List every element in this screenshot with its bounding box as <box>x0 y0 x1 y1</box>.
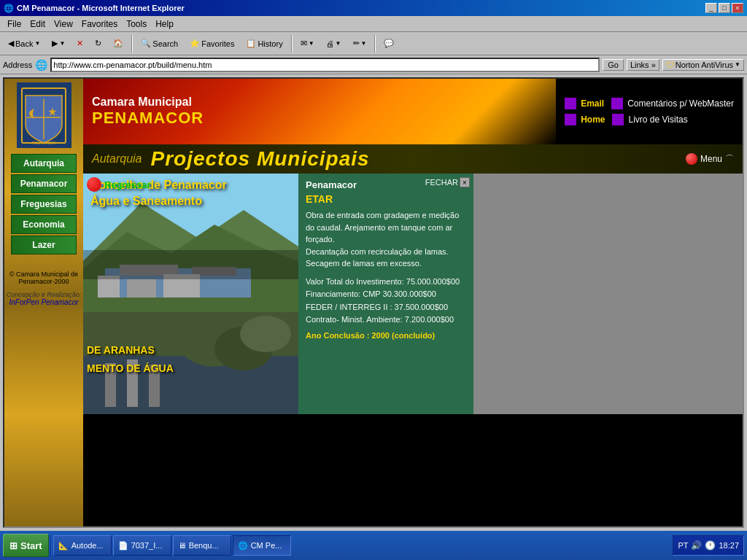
taskbar-icon-3: 🌐 <box>238 541 248 551</box>
search-button[interactable]: 🔍 Search <box>136 34 183 53</box>
stop-icon: ✕ <box>77 39 83 48</box>
back-button[interactable]: Regressar <box>87 177 151 192</box>
toolbar-separator-1 <box>131 35 133 52</box>
taskbar-icon-0: 📐 <box>58 541 69 551</box>
clock-icon: 🕐 <box>705 540 716 551</box>
menu-help[interactable]: Help <box>151 18 178 31</box>
coat-svg: PENAMACOR <box>18 85 69 147</box>
autarquia-label: Autarquia <box>92 152 142 166</box>
nav-autarquia[interactable]: Autarquia <box>11 154 77 173</box>
site-footer-black <box>83 414 743 526</box>
taskbar-item-1[interactable]: 📄 7037_I... <box>113 535 171 556</box>
norton-dropdown-icon: ▼ <box>735 61 740 68</box>
refresh-button[interactable]: ↻ <box>90 34 107 53</box>
email-icon <box>565 98 576 109</box>
main-content: Camara Municipal PENAMACOR Email Comentá… <box>83 79 743 526</box>
webmaster-label: Comentários p/ WebMaster <box>627 98 734 109</box>
visitas-icon <box>612 114 624 125</box>
close-button[interactable]: × <box>732 3 743 13</box>
taskbar-separator <box>50 535 52 556</box>
header-title-bottom: PENAMACOR <box>92 109 547 128</box>
norton-button[interactable]: 🛡 Norton AntiVirus ▼ <box>662 59 744 71</box>
projectos-title: Projectos Municipais <box>151 147 370 171</box>
maximize-button[interactable]: □ <box>719 3 730 13</box>
visitas-label: Livro de Visitas <box>628 114 687 125</box>
mail-dropdown-icon: ▼ <box>309 40 314 47</box>
taskbar-items: 📐 Autode... 📄 7037_I... 🖥 Benqu... 🌐 CM … <box>53 535 672 556</box>
site-header: Camara Municipal PENAMACOR Email Comentá… <box>83 79 743 144</box>
nav-lazer[interactable]: Lazer <box>11 236 77 254</box>
nav-freguesias[interactable]: Freguesias <box>11 195 77 214</box>
norton-icon: 🛡 <box>666 61 674 69</box>
stop-button[interactable]: ✕ <box>71 34 88 53</box>
financial-row-3: FEDER / INTERREG II : 37.500.000$00 <box>306 301 466 314</box>
page-layout: PENAMACOR Autarquia Penamacor Freguesias… <box>4 79 743 526</box>
menu-arrow-icon: ⌒ <box>725 153 734 166</box>
site-wrapper: PENAMACOR Autarquia Penamacor Freguesias… <box>4 79 743 526</box>
menu-dot-icon <box>686 153 697 165</box>
window-title: CM Penamacor - Microsoft Internet Explor… <box>17 4 185 12</box>
forward-button[interactable]: ▶ ▼ <box>47 34 70 53</box>
back-arrow-icon: ◀ <box>8 39 14 48</box>
close-x-icon: × <box>460 177 470 187</box>
menu-favorites[interactable]: Favorites <box>77 18 122 31</box>
bottom-item-1: DE ARANHAS <box>87 344 155 356</box>
forward-dropdown-icon: ▼ <box>59 40 65 47</box>
address-label: Address <box>3 61 32 69</box>
mail-button[interactable]: ✉ ▼ <box>295 34 320 53</box>
taskbar: ⊞ Start 📐 Autode... 📄 7037_I... 🖥 Benqu.… <box>0 531 747 560</box>
credits-label: Concepção e Realização: <box>7 291 82 298</box>
header-email-link[interactable]: Email Comentários p/ WebMaster <box>565 98 734 109</box>
taskbar-item-3[interactable]: 🌐 CM Pe... <box>233 535 291 556</box>
nav-buttons: Autarquia Penamacor Freguesias Economia … <box>11 154 77 254</box>
address-icon: 🌐 <box>35 59 47 71</box>
edit-icon: ✏ <box>353 39 360 48</box>
discussions-button[interactable]: 💬 <box>379 34 399 53</box>
header-right: Email Comentários p/ WebMaster Home Livr… <box>556 79 743 144</box>
toolbar-separator-3 <box>374 35 376 52</box>
svg-point-23 <box>240 316 291 352</box>
credits-text: InForPen Penamacor <box>9 298 78 306</box>
menu-tools[interactable]: Tools <box>122 18 151 31</box>
back-button[interactable]: ◀ Back ▼ <box>3 34 45 53</box>
taskbar-icon-1: 📄 <box>118 541 128 551</box>
menu-view[interactable]: View <box>50 18 77 31</box>
svg-rect-15 <box>83 250 298 279</box>
favorites-button[interactable]: ⭐ Favorites <box>185 34 239 53</box>
history-button[interactable]: 📋 History <box>241 34 287 53</box>
edit-dropdown-icon: ▼ <box>361 40 367 47</box>
nav-penamacor[interactable]: Penamacor <box>11 174 77 193</box>
taskbar-icon-2: 🖥 <box>178 541 186 550</box>
home-square-icon <box>565 114 576 125</box>
nav-economia[interactable]: Economia <box>11 215 77 234</box>
home-button[interactable]: 🏠 <box>108 34 128 53</box>
links-button[interactable]: Links » <box>627 59 659 71</box>
history-icon: 📋 <box>246 39 256 48</box>
address-input[interactable] <box>50 58 600 72</box>
refresh-icon: ↻ <box>95 39 101 48</box>
start-button[interactable]: ⊞ Start <box>3 534 49 557</box>
go-button[interactable]: Go <box>603 59 624 71</box>
header-home-link[interactable]: Home Livro de Visitas <box>565 114 734 125</box>
minimize-button[interactable]: _ <box>705 3 717 13</box>
content-area: PENAMACOR Autarquia Penamacor Freguesias… <box>0 74 747 531</box>
print-button[interactable]: 🖨 ▼ <box>321 34 347 53</box>
info-description: Obra de entrada com gradagem e medição d… <box>306 209 466 270</box>
window-controls[interactable]: _ □ × <box>705 3 743 13</box>
fechar-button[interactable]: FECHAR × <box>425 177 470 187</box>
coat-of-arms: PENAMACOR <box>17 82 71 148</box>
bottom-item-2: MENTO DE ÁGUA <box>87 362 174 374</box>
image-area: Regressar <box>83 174 298 414</box>
financial-row-4: Contrato- Minist. Ambiente: 7.200.000$00 <box>306 314 466 327</box>
taskbar-item-0[interactable]: 📐 Autode... <box>53 535 112 556</box>
edit-button[interactable]: ✏ ▼ <box>348 34 372 53</box>
menu-label: Menu <box>700 154 722 164</box>
menu-indicator[interactable]: Menu ⌒ <box>686 153 734 166</box>
taskbar-item-2[interactable]: 🖥 Benqu... <box>173 535 231 556</box>
menu-edit[interactable]: Edit <box>26 18 50 31</box>
right-empty-area <box>473 174 743 414</box>
volume-icon: 🔊 <box>691 540 702 551</box>
window-title-bar: 🌐 CM Penamacor - Microsoft Internet Expl… <box>0 0 747 16</box>
menu-file[interactable]: File <box>3 18 26 31</box>
info-conclusion: Ano Conclusão : 2000 (concluído) <box>306 331 466 340</box>
